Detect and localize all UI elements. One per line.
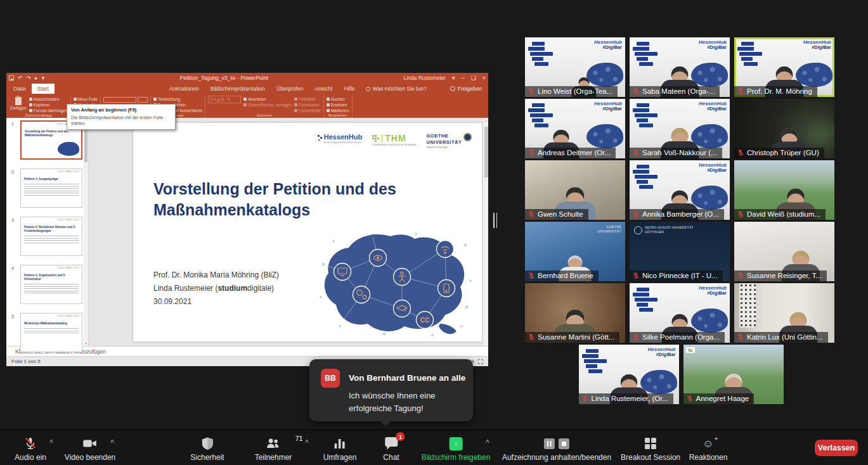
restore-icon[interactable]: ❏ xyxy=(471,75,476,81)
copy-button[interactable]: Kopieren xyxy=(29,103,68,107)
stop-recording-icon[interactable] xyxy=(559,438,569,449)
clipboard-icon xyxy=(15,97,22,105)
slide-thumbnail-5[interactable]: Workshops Maßnahmenkatalog xyxy=(20,313,82,352)
shape-effects-button[interactable]: Formeffekte xyxy=(294,108,321,113)
slide-title: Vorstellung der Petition und des Maßnahm… xyxy=(153,179,439,220)
save-icon[interactable] xyxy=(9,75,14,80)
thumb-number: 3 xyxy=(11,218,14,222)
participants-button[interactable]: 71 Teilnehmer xyxy=(255,435,292,462)
redo-icon[interactable]: ↷ xyxy=(27,75,32,81)
participant-tile-bernhard-bruene[interactable]: GOETHEUNIVERSITÄT Nico Pinnecke (IT - U.… xyxy=(525,222,625,281)
participant-tile-nico-pinnecke[interactable]: GEORG-AUGUST-UNIVERSITÄTGÖTTINGEN Nico P… xyxy=(630,222,730,281)
tab-ueberpruefen[interactable]: Überprüfen xyxy=(271,84,309,94)
select-button[interactable]: Markieren xyxy=(327,108,349,113)
participant-tile-christoph-trueper[interactable]: Christoph Trüper (GU) xyxy=(734,99,834,158)
font-name-box[interactable] xyxy=(103,97,136,103)
tab-animationen[interactable]: Animationen xyxy=(164,84,205,94)
breakout-session-button[interactable]: Breakout Session xyxy=(621,435,680,462)
muted-mic-icon xyxy=(632,272,640,279)
video-button[interactable]: Video beenden xyxy=(65,435,116,462)
slideshow-tooltip: Von Anfang an beginnen (F5) Die Bildschi… xyxy=(67,104,176,130)
slide-logos: HessenHub Netzwerk digitale Hochschulleh… xyxy=(318,133,472,149)
tagline-blocks xyxy=(633,102,661,129)
undo-icon[interactable]: ↶ xyxy=(18,75,23,81)
participant-tile-gwen-schulte[interactable]: Gwen Schulte xyxy=(525,160,625,220)
video-options-chevron[interactable]: ^ xyxy=(110,439,114,446)
tab-start[interactable]: Start xyxy=(32,84,55,94)
tab-hilfe[interactable]: Hilfe xyxy=(338,84,360,94)
participant-tile-susanne-martini[interactable]: Susanne Martini (Gött... xyxy=(525,283,625,343)
participant-tile-moehring-active-speaker[interactable]: HessenHub#DigiBar Prof. Dr. M. Möhring xyxy=(734,37,834,97)
find-button[interactable]: Suchen xyxy=(327,97,349,101)
polls-button[interactable]: Umfragen xyxy=(323,435,357,462)
close-icon[interactable]: × xyxy=(483,75,486,81)
quick-access-toolbar[interactable]: ↶ ↷ ▸ ▾ xyxy=(9,75,44,81)
share-document-button[interactable]: Freigeben xyxy=(445,84,487,94)
thumb-number: 5 xyxy=(11,314,14,319)
share-options-chevron[interactable]: ^ xyxy=(486,439,489,446)
leave-meeting-button[interactable]: Verlassen xyxy=(815,440,858,456)
participant-name-label: David Weiß (studium... xyxy=(734,209,826,220)
arrange-button[interactable]: Anordnen xyxy=(243,97,292,101)
participant-tile-andreas-deitmer[interactable]: HessenHub#DigiBar Andreas Deitmer (Or... xyxy=(525,99,625,158)
participant-tile-saba-mateen[interactable]: HessenHub#DigiBar Saba Mateen (Orga-... xyxy=(630,37,730,97)
tell-me-search[interactable]: Was möchten Sie tun? xyxy=(360,84,432,94)
layout-divider-handle[interactable] xyxy=(492,213,498,228)
participant-tile-susanne-reisinger[interactable]: Susanne Reisinger, T... xyxy=(734,222,834,281)
paste-button[interactable]: Einfügen xyxy=(10,96,27,110)
tab-ansicht[interactable]: Ansicht xyxy=(309,84,339,94)
goethe-logo: GOETHEUNIVERSITÄT FRANKFURT AM MAIN xyxy=(426,133,472,149)
chat-notification-popup[interactable]: BB Von Bernhard Bruene an alle Ich wünsc… xyxy=(309,359,473,421)
format-painter-button[interactable]: Format übertragen xyxy=(29,108,68,113)
shapes-gallery[interactable]: □○△◇ ☆ xyxy=(208,96,241,103)
mic-muted-icon xyxy=(23,436,37,450)
participant-name-label: Linda Rustemeier, (Or... xyxy=(579,393,673,404)
slide-thumbnail-3[interactable]: Petition 2: Rechtlicher Rahmen und 3: Fö… xyxy=(20,217,82,256)
minimize-icon[interactable]: – xyxy=(462,75,465,81)
participant-tile-david-weiss[interactable]: David Weiß (studium... xyxy=(734,160,834,220)
participant-tile-annegret-haage[interactable]: tu Annegret Haage xyxy=(683,345,784,404)
replace-button[interactable]: Ersetzen xyxy=(327,103,349,107)
fit-slide-icon[interactable] xyxy=(478,359,483,364)
participant-tile-lino-weist[interactable]: HessenHub#DigiBar Lino Weist (Orga-Tea..… xyxy=(525,37,625,97)
ribbon-display-icon[interactable]: ▾ xyxy=(452,75,455,81)
new-slide-button[interactable]: Neue Folie xyxy=(74,97,98,101)
participant-tile-linda-rustemeier[interactable]: HessenHub#DigiBar Linda Rustemeier, (Or.… xyxy=(579,345,679,404)
cut-button[interactable]: Ausschneiden xyxy=(29,97,68,101)
slide-thumbnail-2[interactable]: Petition 1: Ausgangslage xyxy=(20,169,82,208)
slide-thumbnail-4[interactable]: Petition 4: Organisation und 5: Infrastr… xyxy=(20,265,82,304)
tagline-blocks xyxy=(528,41,556,67)
audio-options-chevron[interactable]: ^ xyxy=(49,439,53,446)
start-slideshow-icon[interactable]: ▸ xyxy=(35,75,38,81)
share-screen-button[interactable]: ↑ Bildschirm freigeben xyxy=(422,435,491,462)
shape-fill-button[interactable]: Fülleffekt xyxy=(294,97,321,101)
text-direction-button[interactable]: Textrichtung xyxy=(153,97,202,101)
shape-outline-button[interactable]: Formkontur xyxy=(294,103,321,107)
camera-icon xyxy=(82,436,98,450)
recording-controls[interactable]: Aufzeichnung anhalten/beenden xyxy=(502,435,611,462)
powerpoint-window: ↶ ↷ ▸ ▾ Petition_Tagung_v3_sv - PowerPoi… xyxy=(6,73,488,366)
reactions-button[interactable]: ☺+ Reaktionen xyxy=(689,435,728,462)
muted-mic-icon xyxy=(737,272,744,279)
participant-name-label: Nico Pinnecke (IT - U...Bernhard Bruene xyxy=(525,271,599,281)
tagline-blocks xyxy=(582,348,610,374)
security-button[interactable]: Sicherheit xyxy=(190,435,224,462)
pause-recording-icon[interactable] xyxy=(544,438,555,449)
slide-scrollbar[interactable]: ▴ xyxy=(483,118,488,346)
tab-datei[interactable]: Datei xyxy=(8,84,32,94)
participant-tile-annika-bamberger[interactable]: HessenHub#DigiBar Annika Bamberger (O... xyxy=(630,160,730,220)
audio-button[interactable]: Audio ein xyxy=(15,435,46,462)
drawing-group: □○△◇ ☆ Anordnen Schnellformat- vorlagen … xyxy=(205,95,323,118)
thumbnail-scrollbar[interactable]: ▴▾ xyxy=(84,118,88,346)
participant-name-label: Katrin Lux (Uni Göttin... xyxy=(734,332,828,343)
participants-options-chevron[interactable]: ^ xyxy=(305,439,309,446)
quick-styles-button[interactable]: Schnellformat- vorlagen xyxy=(243,103,292,107)
tab-bildschirmpraesentation[interactable]: Bildschirmpräsentation xyxy=(205,84,271,94)
participant-tile-sarah-voss-nakkour[interactable]: HessenHub#DigiBar Sarah Voß-Nakkour (... xyxy=(630,99,730,158)
font-size-box[interactable] xyxy=(138,97,148,103)
participant-tile-katrin-lux[interactable]: Katrin Lux (Uni Göttin... xyxy=(734,283,834,343)
participant-tile-silke-poelmann[interactable]: HessenHub#DigiBar Silke Poelmann (Orga..… xyxy=(630,283,730,343)
chat-button[interactable]: 1 Chat xyxy=(383,435,399,462)
current-slide[interactable]: HessenHub Netzwerk digitale Hochschulleh… xyxy=(133,123,482,341)
participant-name-label: Andreas Deitmer (Or... xyxy=(525,148,616,158)
